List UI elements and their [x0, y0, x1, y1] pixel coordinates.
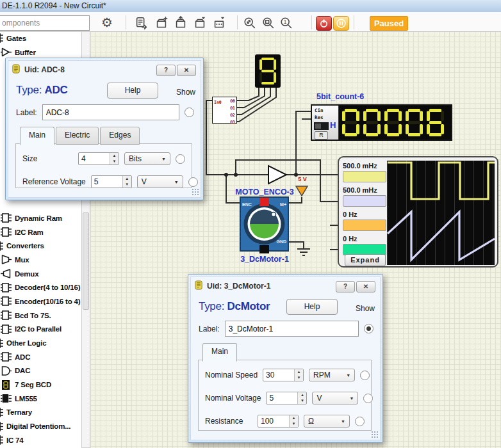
component-icon — [0, 435, 3, 445]
counter-toggle-switch[interactable] — [314, 122, 329, 130]
component-type-label: Type: DcMotor — [199, 300, 270, 313]
dialog-help-button[interactable]: ? — [156, 65, 176, 76]
property-value-spinbox[interactable]: 5 ▲▼ — [266, 392, 307, 404]
adc-input-pin-label: In0 — [214, 100, 222, 105]
seven-segment-display[interactable] — [255, 54, 281, 88]
spinbox-arrows[interactable]: ▲▼ — [289, 415, 298, 427]
adc-component[interactable]: In0 O0 O1 O2 O3 — [212, 97, 237, 124]
dialog-tab[interactable]: Edges — [100, 127, 140, 145]
oscilloscope-component[interactable]: 500.0 mHz 500.0 mHz 0 Hz 0 Hz Expand — [338, 156, 498, 268]
dialog-close-button[interactable]: ✕ — [177, 65, 196, 76]
power-stop-button[interactable] — [316, 16, 332, 31]
component-label-input[interactable] — [225, 321, 359, 337]
property-value-spinbox[interactable]: 100 ▲▼ — [258, 415, 299, 428]
svg-text:1: 1 — [284, 19, 287, 25]
sidebar-item[interactable]: Gates — [1, 31, 81, 45]
property-value-spinbox[interactable]: 5 ▲▼ — [91, 175, 132, 188]
show-property-radio[interactable] — [363, 394, 373, 403]
sidebar-item[interactable]: Dynamic Ram — [1, 211, 81, 225]
counter-component[interactable]: 5bit_count-6 Cin Res H R — [310, 92, 454, 143]
component-label-input[interactable] — [42, 104, 179, 120]
property-row: Nominal Voltage 5 ▲▼ V ▼ — [205, 392, 365, 404]
settings-gear-icon[interactable]: ⚙ — [99, 15, 115, 30]
dialog-resize-grip[interactable] — [192, 188, 199, 196]
dialog-help-button[interactable]: ? — [336, 281, 355, 292]
spinbox-arrows[interactable]: ▲▼ — [297, 392, 306, 404]
counter-reset-button[interactable]: R — [315, 131, 328, 140]
scrollbar-thumb[interactable] — [83, 212, 89, 310]
show-property-radio[interactable] — [360, 371, 370, 380]
unit-dropdown[interactable]: Ω ▼ — [304, 415, 350, 428]
show-property-radio[interactable] — [188, 177, 198, 187]
unit-dropdown[interactable]: V ▼ — [312, 392, 358, 404]
show-property-radio[interactable] — [176, 154, 185, 164]
sidebar-item[interactable]: Ternary — [1, 406, 81, 420]
unit-dropdown[interactable]: Bits ▼ — [124, 152, 170, 165]
sidebar-item[interactable]: Other Logic — [1, 336, 81, 350]
zoom-area-icon[interactable] — [261, 16, 276, 30]
sidebar-item[interactable]: 7 Seg BCD — [1, 378, 81, 392]
dialog-close-button[interactable]: ✕ — [356, 281, 375, 292]
component-search-input[interactable] — [0, 15, 90, 31]
new-folder-icon[interactable] — [154, 16, 169, 30]
sidebar-item[interactable]: LM555 — [1, 392, 81, 406]
sidebar-item[interactable]: Digital Potentiom... — [1, 419, 81, 433]
adc-properties-dialog[interactable]: Uid: ADC-8 ? ✕ Type: ADC Help Show Label… — [5, 58, 204, 200]
sidebar-item[interactable]: Converters — [1, 239, 81, 253]
dialog-titlebar[interactable]: Uid: 3_DcMotor-1 ? ✕ — [194, 280, 377, 292]
dialog-resize-grip[interactable] — [371, 431, 379, 438]
show-property-radio[interactable] — [355, 417, 365, 426]
sidebar-item-label: Dynamic Ram — [15, 214, 62, 222]
recent-circuits-icon[interactable] — [211, 16, 227, 30]
scope-expand-button[interactable]: Expand — [345, 254, 386, 266]
property-value-spinbox[interactable]: 30 ▲▼ — [263, 369, 304, 381]
sidebar-item[interactable]: I2C Ram — [1, 225, 81, 239]
show-label-radio[interactable] — [364, 324, 374, 333]
pause-button[interactable] — [333, 16, 349, 31]
sidebar-item[interactable]: Decoder(4 to 10/16) — [1, 280, 81, 294]
sidebar-item[interactable]: DAC — [1, 364, 81, 378]
help-button[interactable]: Help — [286, 299, 338, 315]
sidebar-item[interactable]: I2C to Parallel — [1, 323, 81, 337]
dc-motor-component[interactable]: ENC M+ GND — [239, 196, 290, 257]
scope-channel: 500.0 mHz — [343, 162, 386, 182]
dialog-tab[interactable]: Main — [20, 127, 54, 145]
sidebar-item[interactable]: Bcd To 7S. — [1, 308, 81, 323]
load-circuit-icon[interactable] — [192, 16, 208, 30]
counter-body[interactable]: Cin Res H R — [311, 104, 452, 141]
property-name: Reference Voltage — [22, 177, 86, 186]
spinbox-arrows[interactable]: ▲▼ — [122, 176, 131, 188]
new-circuit-icon[interactable] — [134, 16, 149, 30]
hex-mode-label: H — [330, 120, 336, 130]
chevron-down-icon: ▼ — [161, 157, 166, 161]
dialog-tab[interactable]: Electric — [56, 127, 99, 145]
sidebar-item[interactable]: IC 74 — [1, 433, 81, 447]
dcmotor-properties-dialog[interactable]: Uid: 3_DcMotor-1 ? ✕ Type: DcMotor Help … — [188, 274, 383, 443]
sidebar-item[interactable]: Encoder(10/16 to 4) — [1, 294, 81, 308]
component-icon — [1, 47, 12, 57]
dialog-titlebar[interactable]: Uid: ADC-8 ? ✕ — [12, 64, 197, 76]
window-titlebar[interactable]: DE-1.1.0 R2094 - New Circuit* — [0, 0, 501, 12]
sidebar-item[interactable]: Demux — [1, 267, 81, 281]
zoom-one-icon[interactable]: 1 — [279, 16, 294, 30]
scope-channel-color-swatch[interactable] — [343, 171, 386, 182]
component-icon — [1, 269, 12, 278]
spinbox-arrows[interactable]: ▲▼ — [110, 153, 119, 164]
paused-status-button[interactable]: Paused — [370, 16, 408, 31]
save-circuit-icon[interactable] — [173, 16, 188, 30]
scope-channel-color-swatch[interactable] — [343, 195, 386, 207]
property-name: Nominal Speed — [205, 371, 258, 380]
help-button[interactable]: Help — [107, 83, 158, 99]
spinbox-arrows[interactable]: ▲▼ — [294, 369, 303, 381]
sidebar-item[interactable]: Mux — [1, 253, 81, 267]
scope-channel-color-swatch[interactable] — [343, 220, 386, 231]
zoom-fit-icon[interactable] — [242, 16, 258, 30]
property-value-spinbox[interactable]: 4 ▲▼ — [78, 152, 119, 165]
sidebar-item[interactable]: ADC — [1, 350, 81, 364]
show-label-radio[interactable] — [185, 108, 194, 117]
component-icon — [1, 213, 12, 223]
unit-dropdown[interactable]: V ▼ — [137, 175, 183, 188]
dialog-tab[interactable]: Main — [202, 343, 237, 362]
unit-dropdown[interactable]: RPM ▼ — [309, 369, 355, 381]
chip-icon — [12, 64, 21, 74]
